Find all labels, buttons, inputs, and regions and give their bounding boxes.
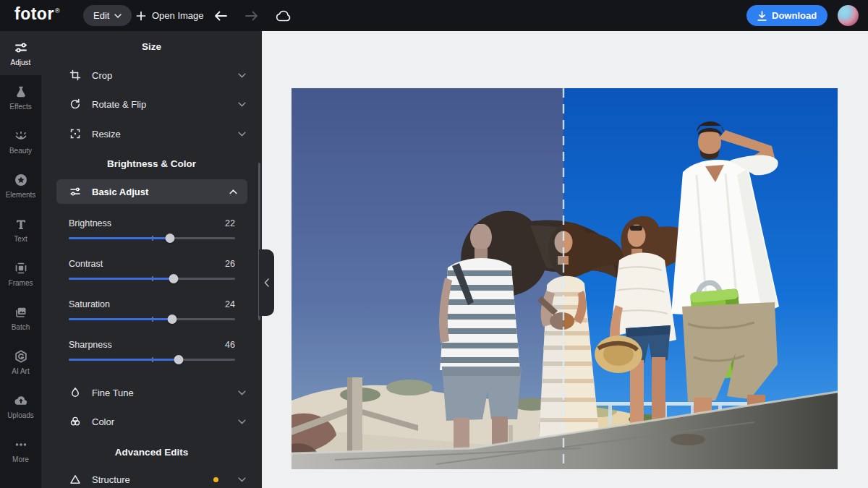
panel-collapse-handle[interactable]	[259, 249, 274, 316]
more-dots-icon	[14, 437, 28, 452]
rotate-flip-row[interactable]: Rotate & Flip	[69, 93, 246, 115]
sidebar-label: Batch	[12, 323, 30, 331]
fine-tune-label: Fine Tune	[92, 388, 134, 398]
sidebar-item-more[interactable]: More	[0, 428, 41, 472]
chevron-down-icon	[238, 132, 246, 137]
chevron-up-icon	[229, 189, 237, 194]
contrast-label: Contrast	[69, 259, 103, 269]
edit-menu-label: Edit	[93, 10, 109, 21]
chevron-down-icon	[238, 102, 246, 107]
user-avatar[interactable]	[838, 5, 859, 26]
saturation-slider-row: Saturation24	[69, 299, 235, 332]
fine-tune-droplet-icon	[69, 387, 81, 398]
text-icon	[14, 217, 28, 231]
contrast-slider-track[interactable]	[69, 278, 235, 280]
color-label: Color	[92, 416, 114, 427]
structure-modified-badge	[213, 477, 218, 482]
undo-arrow-icon	[213, 10, 228, 22]
sidebar-label: Text	[14, 235, 27, 243]
download-label: Download	[772, 10, 817, 21]
fotor-logo: fotor®	[14, 4, 60, 24]
saturation-slider-thumb[interactable]	[167, 314, 176, 324]
sidebar-label: Effects	[9, 103, 31, 111]
contrast-slider-row: Contrast26	[69, 258, 235, 291]
sharpness-slider-track[interactable]	[69, 359, 235, 361]
crop-label: Crop	[92, 70, 112, 81]
basic-adjust-sliders-icon	[69, 186, 81, 197]
download-button[interactable]: Download	[746, 5, 827, 26]
sharpness-value: 46	[225, 340, 235, 350]
sidebar-item-frames[interactable]: Frames	[0, 252, 41, 296]
chevron-down-icon	[238, 477, 246, 482]
slider-fill	[69, 359, 179, 361]
rotate-icon	[69, 98, 81, 110]
sidebar-item-adjust[interactable]: Adjust	[0, 31, 41, 75]
fine-tune-row[interactable]: Fine Tune	[69, 382, 246, 403]
download-icon	[757, 11, 767, 21]
structure-row[interactable]: Structure	[69, 468, 246, 488]
sharpness-slider-row: Sharpness46	[69, 339, 235, 372]
uploads-cloud-icon	[14, 393, 28, 408]
basic-adjust-label: Basic Adjust	[92, 187, 148, 197]
chevron-down-icon	[238, 73, 246, 78]
crop-icon	[69, 69, 81, 81]
sidebar-item-effects[interactable]: Effects	[0, 75, 41, 119]
batch-images-icon	[14, 305, 28, 320]
cloud-icon	[276, 10, 292, 22]
sidebar-item-ai-art[interactable]: AI Art	[0, 340, 41, 384]
resize-icon	[69, 128, 81, 140]
sidebar-item-beauty[interactable]: Beauty	[0, 119, 41, 163]
sidebar-item-elements[interactable]: Elements	[0, 163, 41, 207]
sidebar-item-uploads[interactable]: Uploads	[0, 384, 41, 428]
logo-text: fotor	[14, 4, 54, 23]
sidebar-label: AI Art	[12, 367, 29, 375]
saturation-label: Saturation	[69, 299, 110, 309]
section-heading-advanced-edits: Advanced Edits	[41, 447, 262, 458]
slider-fill	[69, 318, 172, 320]
open-image-button[interactable]: Open Image	[136, 5, 204, 26]
color-row[interactable]: Color	[69, 411, 246, 432]
crop-row[interactable]: Crop	[69, 64, 246, 86]
effects-flask-icon	[14, 85, 28, 99]
rotate-flip-label: Rotate & Flip	[92, 99, 146, 110]
sidebar-item-batch[interactable]: Batch	[0, 296, 41, 340]
redo-button[interactable]	[242, 7, 261, 25]
structure-triangle-icon	[69, 474, 81, 485]
brightness-slider-thumb[interactable]	[166, 234, 175, 243]
beach-friends-photo	[292, 88, 838, 469]
undo-button[interactable]	[211, 7, 230, 25]
section-heading-brightness-color: Brightness & Color	[41, 158, 262, 169]
sharpness-label: Sharpness	[69, 340, 112, 350]
sharpness-slider-thumb[interactable]	[174, 355, 183, 364]
sidebar-label: Adjust	[11, 59, 31, 67]
frames-icon	[14, 261, 28, 275]
elements-star-icon	[14, 173, 28, 187]
basic-adjust-row[interactable]: Basic Adjust	[56, 179, 247, 204]
contrast-slider-thumb[interactable]	[169, 274, 178, 283]
slider-fill	[69, 237, 170, 239]
fotor-photo-editor: fotor® Edit Open Image Download Adjust	[0, 0, 868, 488]
topbar: fotor® Edit Open Image Download	[0, 0, 868, 31]
adjust-panel: Size Crop Rotate & Flip Resize Brightnes…	[41, 31, 262, 488]
brightness-label: Brightness	[69, 218, 111, 228]
color-wheel-icon	[69, 416, 81, 427]
plus-icon	[136, 11, 146, 21]
sidebar-label: Frames	[9, 279, 33, 287]
brightness-slider-track[interactable]	[69, 237, 235, 239]
sidebar-label: More	[12, 455, 29, 463]
brightness-slider-row: Brightness22	[69, 218, 235, 251]
edit-menu-button[interactable]: Edit	[83, 5, 132, 26]
chevron-left-icon	[264, 278, 269, 287]
section-heading-size: Size	[41, 41, 262, 52]
canvas-image[interactable]	[292, 88, 838, 469]
contrast-value: 26	[225, 259, 235, 269]
saturation-slider-track[interactable]	[69, 318, 235, 320]
resize-row[interactable]: Resize	[69, 123, 246, 145]
redo-arrow-icon	[244, 10, 259, 22]
sidebar-label: Beauty	[9, 147, 32, 155]
editor-canvas-area	[262, 31, 868, 488]
registered-mark: ®	[55, 7, 60, 14]
sidebar-item-text[interactable]: Text	[0, 207, 41, 252]
cloud-save-button[interactable]	[274, 7, 293, 25]
open-image-label: Open Image	[152, 10, 204, 21]
